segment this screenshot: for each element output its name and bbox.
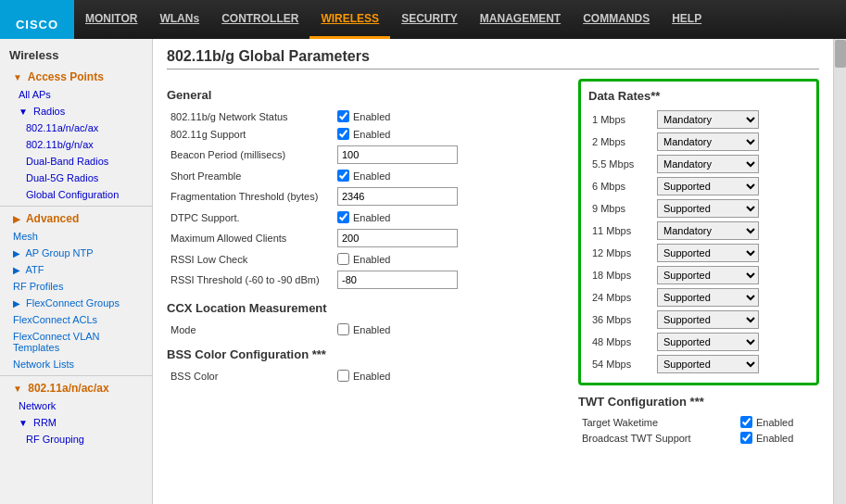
cisco-logo-text: CISCO bbox=[16, 18, 58, 32]
rate-label-12: 12 Mbps bbox=[588, 242, 653, 264]
rate-select-cell-5-5: MandatorySupportedDisabled bbox=[653, 153, 809, 175]
arrow-right-icon-3: ▶ bbox=[13, 265, 20, 275]
rate-select-24[interactable]: MandatorySupportedDisabled bbox=[657, 288, 759, 307]
rate-select-6[interactable]: MandatorySupportedDisabled bbox=[657, 177, 759, 195]
rate-label-1: 1 Mbps bbox=[588, 108, 653, 131]
sidebar-item-rf-grouping[interactable]: RF Grouping bbox=[0, 431, 152, 447]
sidebar-item-radios[interactable]: ▼ Radios bbox=[0, 103, 152, 120]
nav-security[interactable]: SECURITY bbox=[390, 0, 469, 39]
left-column: General 802.11b/g Network Status Enabled… bbox=[167, 79, 564, 446]
table-row: 18 Mbps MandatorySupportedDisabled bbox=[588, 264, 809, 286]
table-row: RSSI Low Check Enabled bbox=[167, 250, 564, 268]
checkbox-dtpc-support[interactable] bbox=[337, 211, 349, 223]
rate-label-48: 48 Mbps bbox=[588, 331, 653, 353]
twt-field-value-broadcast-twt: Enabled bbox=[737, 430, 819, 446]
nav-wireless[interactable]: WIRELESS bbox=[309, 0, 390, 39]
input-frag-threshold[interactable] bbox=[337, 187, 458, 206]
checkbox-target-waketime[interactable] bbox=[740, 416, 752, 428]
checkbox-bss-color[interactable] bbox=[337, 370, 349, 382]
data-rates-box: Data Rates** 1 Mbps MandatorySupportedDi… bbox=[578, 79, 819, 385]
sidebar-item-flexconnect-acls[interactable]: FlexConnect ACLs bbox=[0, 311, 152, 328]
sidebar-item-all-aps[interactable]: All APs bbox=[0, 86, 152, 103]
sidebar-item-network-lists[interactable]: Network Lists bbox=[0, 356, 152, 372]
sidebar-item-ap-group-ntp[interactable]: ▶ AP Group NTP bbox=[0, 245, 152, 261]
checkbox-network-status[interactable] bbox=[337, 110, 349, 122]
field-label-beacon-period: Beacon Period (millisecs) bbox=[167, 143, 334, 167]
sidebar-item-80211a-nav[interactable]: ▼ 802.11a/n/ac/ax bbox=[0, 379, 152, 397]
scrollbar[interactable] bbox=[833, 39, 846, 504]
field-label-rssi-low-check: RSSI Low Check bbox=[167, 250, 334, 268]
field-value-ccx-mode: Enabled bbox=[334, 321, 564, 338]
sidebar-item-flexconnect-groups[interactable]: ▶ FlexConnect Groups bbox=[0, 295, 152, 311]
sidebar-item-global-config[interactable]: Global Configuration bbox=[0, 186, 152, 203]
sidebar-item-atf[interactable]: ▶ ATF bbox=[0, 261, 152, 278]
sidebar-item-flexconnect-vlan[interactable]: FlexConnect VLAN Templates bbox=[0, 328, 152, 356]
rate-select-1[interactable]: MandatorySupportedDisabled bbox=[657, 110, 759, 129]
sidebar-item-mesh[interactable]: Mesh bbox=[0, 228, 152, 245]
rate-select-12[interactable]: MandatorySupportedDisabled bbox=[657, 244, 759, 262]
rate-select-36[interactable]: MandatorySupportedDisabled bbox=[657, 310, 759, 329]
checkbox-label-dtpc-support: Enabled bbox=[353, 212, 390, 223]
field-label-dtpc-support: DTPC Support. bbox=[167, 208, 334, 226]
bss-form: BSS Color Enabled bbox=[167, 367, 564, 384]
field-label-80211g-support: 802.11g Support bbox=[167, 125, 334, 143]
rate-select-5-5[interactable]: MandatorySupportedDisabled bbox=[657, 155, 759, 173]
main-content: 802.11b/g Global Parameters General 802.… bbox=[153, 39, 833, 504]
checkbox-label-target-waketime: Enabled bbox=[756, 417, 793, 428]
arrow-down-icon: ▼ bbox=[13, 72, 22, 82]
field-value-bss-color: Enabled bbox=[334, 367, 564, 384]
table-row: Mode Enabled bbox=[167, 321, 564, 338]
rate-label-18: 18 Mbps bbox=[588, 264, 653, 286]
main-nav: MONITOR WLANs CONTROLLER WIRELESS SECURI… bbox=[74, 0, 713, 39]
sidebar-item-access-points[interactable]: ▼ Access Points bbox=[0, 68, 152, 86]
nav-commands[interactable]: COMMANDS bbox=[572, 0, 661, 39]
rate-select-9[interactable]: MandatorySupportedDisabled bbox=[657, 199, 759, 218]
table-row: Broadcast TWT Support Enabled bbox=[578, 430, 819, 446]
input-beacon-period[interactable] bbox=[337, 145, 458, 164]
sidebar-item-rrm[interactable]: ▼ RRM bbox=[0, 414, 152, 431]
checkbox-rssi-low-check[interactable] bbox=[337, 253, 349, 265]
rate-select-11[interactable]: MandatorySupportedDisabled bbox=[657, 221, 759, 240]
rate-select-48[interactable]: MandatorySupportedDisabled bbox=[657, 333, 759, 351]
rate-select-54[interactable]: MandatorySupportedDisabled bbox=[657, 355, 759, 373]
rate-select-cell-9: MandatorySupportedDisabled bbox=[653, 197, 809, 220]
field-label-ccx-mode: Mode bbox=[167, 321, 334, 338]
nav-management[interactable]: MANAGEMENT bbox=[469, 0, 572, 39]
sidebar-item-80211a[interactable]: 802.11a/n/ac/ax bbox=[0, 120, 152, 136]
rate-select-cell-18: MandatorySupportedDisabled bbox=[653, 264, 809, 286]
field-value-dtpc-support: Enabled bbox=[334, 208, 564, 226]
nav-controller[interactable]: CONTROLLER bbox=[210, 0, 309, 39]
table-row: 5.5 Mbps MandatorySupportedDisabled bbox=[588, 153, 809, 175]
sidebar-divider-2 bbox=[0, 375, 152, 376]
sidebar-item-rf-profiles[interactable]: RF Profiles bbox=[0, 278, 152, 295]
field-value-network-status: Enabled bbox=[334, 107, 564, 125]
rate-select-18[interactable]: MandatorySupportedDisabled bbox=[657, 266, 759, 284]
nav-help[interactable]: HELP bbox=[661, 0, 713, 39]
sidebar-item-advanced[interactable]: ▶ Advanced bbox=[0, 209, 152, 228]
arrow-right-icon: ▶ bbox=[13, 214, 20, 224]
scroll-thumb[interactable] bbox=[835, 40, 846, 68]
nav-wlans[interactable]: WLANs bbox=[148, 0, 210, 39]
cisco-dots-icon: ●●●●●● bbox=[16, 8, 58, 17]
sidebar-item-network[interactable]: Network bbox=[0, 397, 152, 414]
general-form: 802.11b/g Network Status Enabled 802.11g… bbox=[167, 107, 564, 292]
rate-label-2: 2 Mbps bbox=[588, 131, 653, 153]
nav-monitor[interactable]: MONITOR bbox=[74, 0, 148, 39]
input-max-clients[interactable] bbox=[337, 229, 458, 247]
checkbox-label-bss-color: Enabled bbox=[353, 371, 390, 382]
arrow-right-icon-4: ▶ bbox=[13, 298, 20, 309]
twt-section: TWT Configuration *** Target Waketime En… bbox=[578, 395, 819, 446]
rate-label-11: 11 Mbps bbox=[588, 220, 653, 242]
checkbox-ccx-mode[interactable] bbox=[337, 323, 349, 335]
content-columns: General 802.11b/g Network Status Enabled… bbox=[167, 79, 819, 446]
sidebar-item-dual-5g[interactable]: Dual-5G Radios bbox=[0, 170, 152, 186]
input-rssi-threshold[interactable] bbox=[337, 271, 458, 289]
checkbox-short-preamble[interactable] bbox=[337, 170, 349, 182]
checkbox-80211g-support[interactable] bbox=[337, 128, 349, 140]
twt-table: Target Waketime Enabled Broadcast TWT Su… bbox=[578, 414, 819, 446]
sidebar-item-dual-band[interactable]: Dual-Band Radios bbox=[0, 153, 152, 170]
sidebar-item-80211bg[interactable]: 802.11b/g/n/ax bbox=[0, 136, 152, 153]
table-row: 54 Mbps MandatorySupportedDisabled bbox=[588, 353, 809, 375]
rate-select-2[interactable]: MandatorySupportedDisabled bbox=[657, 132, 759, 151]
checkbox-broadcast-twt[interactable] bbox=[740, 432, 752, 444]
